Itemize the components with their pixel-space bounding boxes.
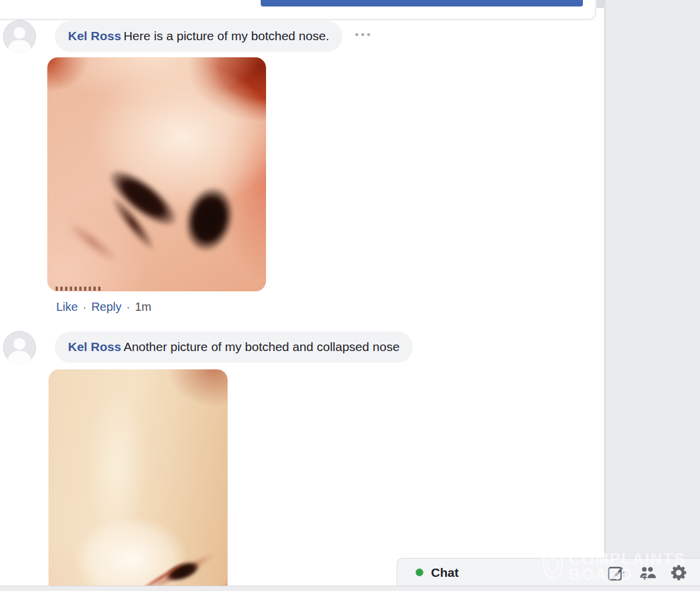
submit-button[interactable] (261, 0, 583, 7)
comment-text: Here is a picture of my botched nose. (124, 29, 329, 43)
right-sidebar-background (605, 0, 700, 591)
chat-toolbar (607, 563, 688, 582)
settings-gear-icon[interactable] (669, 563, 688, 582)
avatar[interactable] (3, 331, 36, 364)
chat-bar[interactable]: Chat (397, 558, 700, 586)
content-right-border (604, 0, 605, 591)
photo-detail (166, 167, 252, 272)
comment-photo-nose-closeup[interactable] (47, 57, 266, 291)
avatar[interactable] (3, 20, 36, 53)
timestamp-link[interactable]: 1m (135, 299, 151, 314)
separator: · (127, 299, 131, 314)
compose-icon[interactable] (607, 563, 626, 582)
author-link[interactable]: Kel Ross (68, 29, 121, 43)
comment-options-ellipsis-icon[interactable] (353, 30, 372, 40)
online-status-dot-icon (416, 569, 423, 576)
add-people-icon[interactable] (638, 563, 657, 582)
chat-label: Chat (431, 566, 459, 580)
comment-action-row: Like · Reply · 1m (56, 299, 151, 314)
default-profile-icon (3, 20, 36, 53)
like-link[interactable]: Like (56, 299, 78, 314)
reply-link[interactable]: Reply (91, 299, 121, 314)
scrollbar-thumb[interactable] (597, 0, 604, 8)
author-link[interactable]: Kel Ross (68, 340, 121, 353)
photo-detail (63, 216, 124, 268)
photo-watermark-marks (56, 287, 103, 291)
separator: · (83, 299, 87, 314)
comment-photo-nose-profile[interactable] (48, 369, 228, 586)
comment-2: Kel RossAnother picture of my botched an… (3, 331, 413, 364)
comment-thread-screen: Kel RossHere is a picture of my botched … (0, 0, 700, 591)
comment-text: Another picture of my botched and collap… (124, 340, 400, 353)
default-profile-icon (3, 331, 36, 364)
comment-bubble: Kel RossHere is a picture of my botched … (55, 21, 342, 52)
comment-bubble: Kel RossAnother picture of my botched an… (55, 332, 413, 363)
comment-1: Kel RossHere is a picture of my botched … (3, 20, 372, 53)
bottom-edge-strip (0, 586, 700, 591)
